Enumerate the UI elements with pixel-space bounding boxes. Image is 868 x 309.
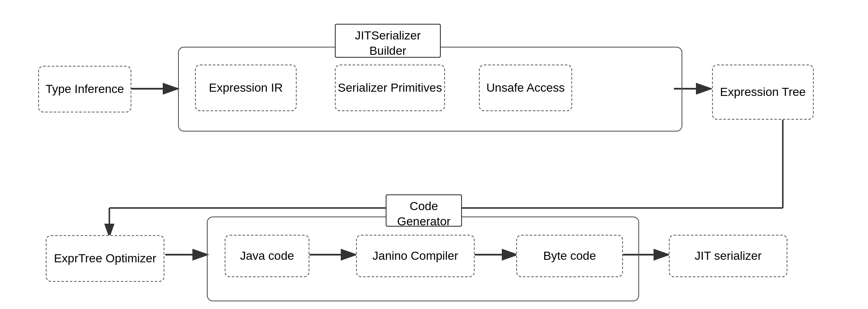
java-code-box: Java code xyxy=(225,235,309,277)
byte-code-label: Byte code xyxy=(543,248,596,264)
serializer-primitives-box: Serializer Primitives xyxy=(335,65,445,111)
exprtree-optimizer-label: ExprTree Optimizer xyxy=(54,251,156,266)
java-code-label: Java code xyxy=(240,248,294,264)
jit-serializer-builder-label: JITSerializer Builder xyxy=(335,24,441,58)
janino-compiler-label: Janino Compiler xyxy=(373,248,458,264)
expression-ir-box: Expression IR xyxy=(195,65,297,111)
janino-compiler-box: Janino Compiler xyxy=(356,235,475,277)
code-generator-label: Code Generator xyxy=(386,194,462,227)
jit-serializer-label: JIT serializer xyxy=(695,248,762,264)
expression-tree-box: Expression Tree xyxy=(712,65,814,120)
unsafe-access-box: Unsafe Access xyxy=(479,65,572,111)
serializer-primitives-label: Serializer Primitives xyxy=(338,80,442,96)
exprtree-optimizer-box: ExprTree Optimizer xyxy=(46,235,164,282)
byte-code-box: Byte code xyxy=(516,235,623,277)
architecture-diagram: Type Inference JITSerializer Builder Exp… xyxy=(0,0,868,309)
expression-ir-label: Expression IR xyxy=(209,80,283,96)
expression-tree-label: Expression Tree xyxy=(720,84,806,100)
type-inference-label: Type Inference xyxy=(45,81,124,97)
type-inference-box: Type Inference xyxy=(38,66,131,112)
unsafe-access-label: Unsafe Access xyxy=(486,80,565,96)
jit-serializer-box: JIT serializer xyxy=(669,235,787,277)
